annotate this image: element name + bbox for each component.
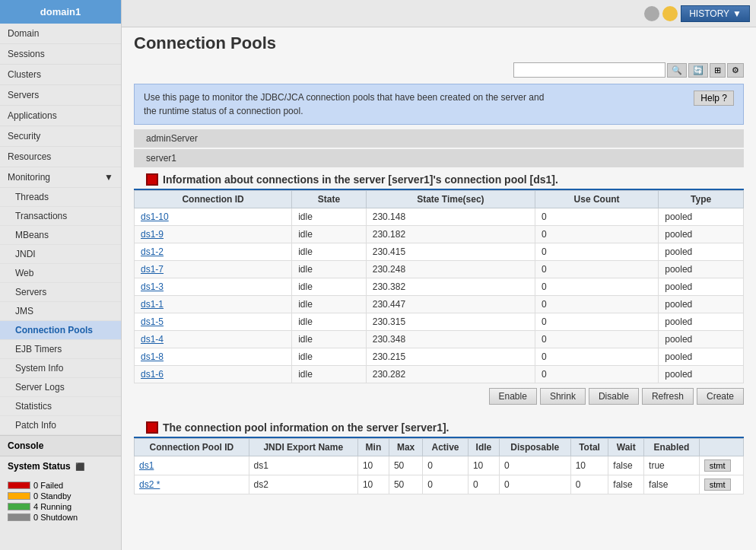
search-button[interactable]: 🔍: [667, 63, 687, 78]
refresh-button[interactable]: Refresh: [642, 388, 694, 405]
server-row-adminServer[interactable]: adminServer: [134, 129, 744, 148]
server-row-server1[interactable]: server1: [134, 149, 744, 167]
pool-id-link[interactable]: ds2 *: [139, 479, 160, 490]
cell-type: pooled: [659, 208, 744, 226]
pool-cell-wait: false: [608, 456, 644, 475]
pool-table-row: ds2 *ds210500000falsefalsestmt: [135, 475, 744, 494]
sidebar-monitoring-section[interactable]: Monitoring ▼: [0, 167, 121, 188]
pool-cell-active: 0: [423, 456, 469, 475]
sidebar-item-transactions[interactable]: Transactions: [0, 207, 121, 226]
status-indicator-failed: [8, 482, 30, 489]
pool-col-jndi-export-name: JNDI Export Name: [249, 439, 357, 456]
status-label-failed: 0 Failed: [33, 481, 63, 490]
search-bar: 🔍 🔄 ⊞ ⚙: [122, 59, 756, 81]
disable-button[interactable]: Disable: [589, 388, 639, 405]
pool-col-idle: Idle: [468, 439, 499, 456]
sidebar-item-servers[interactable]: Servers: [0, 85, 121, 106]
table-row: ds1-8idle230.2150pooled: [135, 348, 744, 366]
pool-cell-idle: 10: [468, 456, 499, 475]
search-input[interactable]: [513, 62, 665, 78]
chevron-icon: ▼: [104, 172, 113, 183]
cell-count: 0: [535, 348, 658, 366]
cell-count: 0: [535, 313, 658, 331]
cell-state: idle: [292, 366, 367, 383]
section2-title: The connection pool information on the s…: [163, 421, 449, 434]
connection-id-link[interactable]: ds1-3: [141, 281, 164, 292]
help-button[interactable]: Help ?: [694, 91, 734, 106]
status-indicator-shutdown: [8, 513, 30, 521]
pool-cell-total: 10: [570, 456, 608, 475]
sidebar-item-jndi[interactable]: JNDI: [0, 245, 121, 264]
pool-col-min: Min: [357, 439, 389, 456]
pool-cell-stmt: stmt: [699, 475, 743, 494]
cell-time: 230.148: [366, 208, 535, 226]
pool-cell-enabled: true: [644, 456, 700, 475]
sidebar-item-resources[interactable]: Resources: [0, 147, 121, 167]
cell-state: idle: [292, 278, 367, 296]
info-text: Use this page to monitor the JDBC/JCA co…: [144, 91, 544, 118]
pool-col-connection-pool-id: Connection Pool ID: [135, 439, 249, 456]
cell-state: idle: [292, 331, 367, 348]
history-button[interactable]: HISTORY ▼: [681, 5, 750, 22]
pool-id-link[interactable]: ds1: [139, 460, 154, 471]
stmt-button[interactable]: stmt: [704, 459, 731, 472]
sidebar-item-system-info[interactable]: System Info: [0, 359, 121, 378]
cell-id: ds1-9: [135, 226, 292, 243]
pool-cell-disposable: 0: [499, 456, 570, 475]
sidebar-item-domain[interactable]: Domain: [0, 24, 121, 44]
connection-id-link[interactable]: ds1-1: [141, 299, 164, 310]
cell-time: 230.215: [366, 348, 535, 366]
sidebar-item-patch-info[interactable]: Patch Info: [0, 416, 121, 435]
connection-id-link[interactable]: ds1-4: [141, 334, 164, 345]
action-buttons: EnableShrinkDisableRefreshCreate: [122, 383, 756, 409]
col-state-time(sec): State Time(sec): [366, 191, 535, 208]
enable-button[interactable]: Enable: [489, 388, 537, 405]
cell-count: 0: [535, 243, 658, 261]
sidebar-item-clusters[interactable]: Clusters: [0, 65, 121, 85]
connection-id-link[interactable]: ds1-5: [141, 316, 164, 327]
topbar: HISTORY ▼: [122, 0, 756, 27]
connection-id-link[interactable]: ds1-7: [141, 264, 164, 275]
sidebar-domain[interactable]: domain1: [0, 0, 121, 24]
sidebar-item-statistics[interactable]: Statistics: [0, 397, 121, 416]
pool-col-enabled: Enabled: [644, 439, 700, 456]
status-row-failed: 0 Failed: [8, 481, 113, 490]
sidebar-item-applications[interactable]: Applications: [0, 106, 121, 126]
connection-id-link[interactable]: ds1-8: [141, 351, 164, 362]
sidebar-item-server-logs[interactable]: Server Logs: [0, 378, 121, 397]
create-button[interactable]: Create: [697, 388, 744, 405]
sidebar-item-mbeans[interactable]: MBeans: [0, 226, 121, 245]
stmt-button[interactable]: stmt: [704, 478, 731, 491]
sidebar-item-connection-pools[interactable]: Connection Pools: [0, 321, 121, 340]
cell-count: 0: [535, 226, 658, 243]
refresh-search-button[interactable]: 🔄: [688, 63, 708, 78]
sidebar-item-threads[interactable]: Threads: [0, 188, 121, 207]
sidebar-item-jms[interactable]: JMS: [0, 302, 121, 321]
connection-id-link[interactable]: ds1-10: [141, 211, 169, 222]
grid-button[interactable]: ⊞: [710, 63, 726, 78]
sidebar-item-security[interactable]: Security: [0, 126, 121, 147]
pool-cell-jndi: ds2: [249, 475, 357, 494]
cell-type: pooled: [659, 278, 744, 296]
cell-count: 0: [535, 208, 658, 226]
cell-type: pooled: [659, 331, 744, 348]
sidebar-item-ejb-timers[interactable]: EJB Timers: [0, 340, 121, 359]
connections-table: Connection IDStateState Time(sec)Use Cou…: [134, 190, 744, 383]
section2-icon: [146, 421, 158, 434]
settings-search-button[interactable]: ⚙: [727, 63, 744, 78]
cell-id: ds1-8: [135, 348, 292, 366]
cell-state: idle: [292, 208, 367, 226]
sidebar-item-servers[interactable]: Servers: [0, 283, 121, 302]
sidebar-item-web[interactable]: Web: [0, 264, 121, 283]
shrink-button[interactable]: Shrink: [540, 388, 586, 405]
history-chevron-icon: ▼: [732, 8, 742, 19]
pool-table: Connection Pool IDJNDI Export NameMinMax…: [134, 438, 744, 494]
connection-id-link[interactable]: ds1-9: [141, 229, 164, 240]
table-row: ds1-10idle230.1480pooled: [135, 208, 744, 226]
pool-col-max: Max: [389, 439, 422, 456]
pool-table-row: ds1ds11050010010falsetruestmt: [135, 456, 744, 475]
sidebar-item-sessions[interactable]: Sessions: [0, 44, 121, 65]
connection-id-link[interactable]: ds1-6: [141, 369, 164, 380]
connection-id-link[interactable]: ds1-2: [141, 246, 164, 257]
pool-col-wait: Wait: [608, 439, 644, 456]
